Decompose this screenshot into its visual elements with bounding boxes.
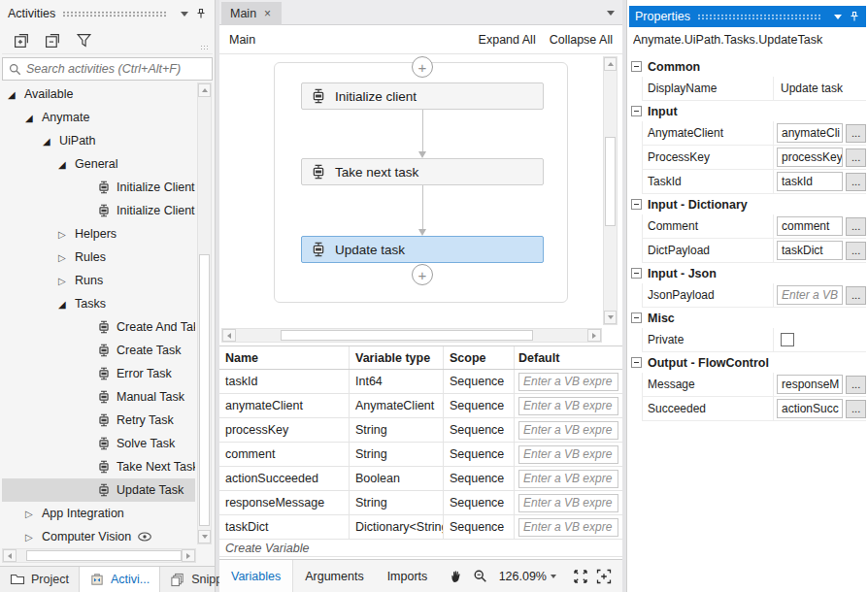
expander-icon[interactable] — [25, 532, 36, 543]
comment-ellipsis-button[interactable]: ... — [846, 217, 866, 236]
expander-icon[interactable] — [43, 136, 53, 147]
variable-row-processkey[interactable]: processKey String Sequence Enter a VB ex… — [219, 418, 622, 443]
scroll-right-button[interactable] — [587, 329, 601, 342]
taskid-ellipsis-button[interactable]: ... — [846, 173, 866, 191]
tree-item-take-next-task[interactable]: Take Next Task — [2, 455, 195, 478]
succeeded-ellipsis-button[interactable]: ... — [846, 400, 866, 418]
expander-icon[interactable] — [58, 299, 69, 310]
pin-icon[interactable] — [849, 11, 860, 22]
expander-icon[interactable] — [58, 276, 69, 286]
scrollbar-thumb[interactable] — [281, 330, 533, 341]
message-value-field[interactable]: responseM — [777, 375, 843, 394]
collapse-all-link[interactable]: Collapse All — [550, 33, 613, 47]
variable-name[interactable]: processKey — [219, 418, 350, 442]
tree-item-rules[interactable]: Rules — [2, 246, 195, 269]
activities-tree-horizontal-scrollbar[interactable] — [2, 548, 196, 563]
dictpayload-ellipsis-button[interactable]: ... — [846, 242, 866, 260]
variable-name[interactable]: comment — [219, 443, 350, 466]
section-input-json[interactable]: Input - Json — [629, 263, 866, 283]
tree-item-manual-task[interactable]: Manual Task — [2, 385, 195, 409]
variable-scope[interactable]: Sequence — [444, 491, 515, 514]
jsonpayload-ellipsis-button[interactable]: ... — [846, 286, 866, 305]
collapse-all-icon[interactable] — [43, 30, 62, 49]
scroll-down-button[interactable] — [198, 530, 211, 543]
search-input[interactable] — [26, 62, 206, 76]
message-ellipsis-button[interactable]: ... — [846, 376, 866, 394]
column-header-default[interactable]: Default — [515, 346, 622, 369]
reset-zoom-icon[interactable] — [595, 568, 613, 585]
scroll-left-button[interactable] — [222, 329, 236, 342]
scroll-up-button[interactable] — [198, 83, 211, 97]
variable-row-taskid[interactable]: taskId Int64 Sequence Enter a VB expre — [219, 370, 622, 394]
expander-icon[interactable] — [58, 159, 69, 170]
anymateclient-ellipsis-button[interactable]: ... — [846, 124, 866, 143]
variable-type[interactable]: Boolean — [350, 467, 444, 490]
variable-scope[interactable]: Sequence — [444, 467, 515, 490]
variable-row-anymateclient[interactable]: anymateClient AnymateClient Sequence Ent… — [219, 394, 622, 418]
variable-name[interactable]: taskDict — [219, 515, 350, 539]
default-value-field[interactable]: Enter a VB expre — [518, 494, 618, 512]
workflow-canvas[interactable]: Initialize client Take next task Update … — [219, 54, 622, 327]
variable-row-taskdict[interactable]: taskDict Dictionary<String,S Sequence En… — [219, 515, 622, 540]
node-update-task[interactable]: Update task — [301, 236, 544, 263]
tree-item-initialize-client-2[interactable]: Initialize Client ( — [2, 199, 195, 222]
drag-grip[interactable] — [62, 11, 167, 17]
default-value-field[interactable]: Enter a VB expre — [518, 470, 618, 488]
section-input[interactable]: Input — [629, 101, 866, 121]
canvas-vertical-scrollbar[interactable] — [603, 56, 618, 325]
processkey-value-field[interactable]: processKey — [777, 148, 843, 167]
breadcrumb[interactable]: Main — [229, 33, 255, 47]
default-value-field[interactable]: Enter a VB expre — [518, 518, 618, 537]
scroll-up-button[interactable] — [604, 57, 617, 71]
variable-row-responsemessage[interactable]: responseMessage String Sequence Enter a … — [219, 491, 622, 515]
expander-icon[interactable] — [25, 113, 36, 123]
variable-name[interactable]: anymateClient — [219, 394, 350, 417]
tree-item-create-task[interactable]: Create Task — [2, 339, 195, 362]
collapse-section-icon[interactable] — [631, 61, 642, 72]
expander-icon[interactable] — [58, 229, 69, 240]
expander-icon[interactable] — [25, 509, 36, 519]
activities-tree-vertical-scrollbar[interactable] — [197, 82, 212, 544]
pin-icon[interactable] — [195, 8, 207, 19]
node-initialize-client[interactable]: Initialize client — [301, 82, 544, 110]
variable-row-comment[interactable]: comment String Sequence Enter a VB expre — [219, 443, 622, 467]
collapse-section-icon[interactable] — [631, 268, 642, 279]
collapse-section-icon[interactable] — [631, 106, 642, 116]
tree-item-uipath[interactable]: UiPath — [2, 129, 195, 152]
variable-type[interactable]: String — [350, 491, 444, 514]
tab-arguments[interactable]: Arguments — [293, 560, 375, 592]
default-value-field[interactable]: Enter a VB expre — [518, 421, 618, 440]
succeeded-value-field[interactable]: actionSucc — [777, 399, 843, 418]
column-header-type[interactable]: Variable type — [350, 346, 444, 369]
tree-item-general[interactable]: General — [2, 152, 195, 176]
taskid-value-field[interactable]: taskId — [777, 172, 843, 191]
variable-scope[interactable]: Sequence — [444, 418, 515, 442]
tree-item-tasks[interactable]: Tasks — [2, 292, 195, 315]
zoom-magnifier-icon[interactable] — [472, 568, 489, 585]
activities-search[interactable] — [2, 57, 213, 81]
tab-project[interactable]: Project — [0, 567, 80, 592]
column-header-name[interactable]: Name — [219, 346, 350, 369]
tab-list-chevron-icon[interactable] — [607, 11, 615, 16]
tab-variables[interactable]: Variables — [219, 560, 293, 592]
zoom-dropdown-chevron-icon[interactable] — [551, 575, 556, 578]
variable-scope[interactable]: Sequence — [444, 515, 515, 539]
variable-scope[interactable]: Sequence — [444, 370, 515, 393]
variable-row-actionsucceeded[interactable]: actionSucceeded Boolean Sequence Enter a… — [219, 467, 622, 491]
filter-icon[interactable] — [74, 30, 93, 49]
collapse-section-icon[interactable] — [631, 199, 642, 210]
tree-item-app-integration[interactable]: App Integration — [2, 502, 195, 525]
collapse-section-icon[interactable] — [631, 357, 642, 368]
variable-scope[interactable]: Sequence — [444, 394, 515, 417]
variable-name[interactable]: responseMessage — [219, 491, 350, 514]
tree-item-initialize-client[interactable]: Initialize Client — [2, 176, 195, 199]
drag-grip[interactable] — [697, 14, 820, 20]
tree-item-retry-task[interactable]: Retry Task — [2, 409, 195, 432]
canvas-horizontal-scrollbar[interactable] — [221, 328, 602, 343]
window-position-menu-icon[interactable] — [181, 12, 188, 16]
scroll-left-button[interactable] — [3, 549, 17, 562]
fit-to-screen-icon[interactable] — [572, 568, 589, 585]
expander-icon[interactable] — [58, 252, 69, 263]
expand-all-icon[interactable] — [12, 30, 31, 49]
variable-type[interactable]: AnymateClient — [350, 394, 444, 417]
